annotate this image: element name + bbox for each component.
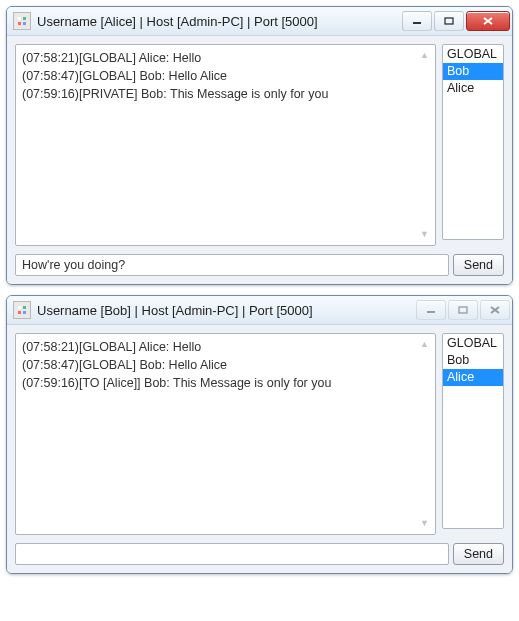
- window-controls: [402, 11, 510, 31]
- send-button[interactable]: Send: [453, 543, 504, 565]
- window-title: Username [Alice] | Host [Admin-PC] | Por…: [37, 14, 402, 29]
- scroll-down-icon: ▼: [416, 515, 433, 532]
- scroll-up-icon: ▲: [416, 336, 433, 353]
- client-area: (07:58:21)[GLOBAL] Alice: Hello (07:58:4…: [7, 325, 512, 573]
- minimize-icon: [412, 17, 422, 25]
- window-controls: [416, 300, 510, 320]
- minimize-button[interactable]: [402, 11, 432, 31]
- message-input[interactable]: [15, 254, 449, 276]
- maximize-icon: [458, 306, 468, 314]
- close-button[interactable]: [480, 300, 510, 320]
- chat-window: Username [Alice] | Host [Admin-PC] | Por…: [6, 6, 513, 285]
- send-button[interactable]: Send: [453, 254, 504, 276]
- message-input[interactable]: [15, 543, 449, 565]
- message-line: (07:58:21)[GLOBAL] Alice: Hello: [22, 338, 429, 356]
- user-list[interactable]: GLOBAL Bob Alice: [442, 44, 504, 240]
- maximize-button[interactable]: [448, 300, 478, 320]
- client-area: (07:58:21)[GLOBAL] Alice: Hello (07:58:4…: [7, 36, 512, 284]
- user-list-item-alice[interactable]: Alice: [443, 369, 503, 386]
- message-line: (07:59:16)[PRIVATE] Bob: This Message is…: [22, 85, 429, 103]
- titlebar[interactable]: Username [Bob] | Host [Admin-PC] | Port …: [7, 296, 512, 325]
- user-list-item-global[interactable]: GLOBAL: [443, 335, 503, 352]
- app-icon: [13, 12, 31, 30]
- user-list-item-bob[interactable]: Bob: [443, 63, 503, 80]
- user-list[interactable]: GLOBAL Bob Alice: [442, 333, 504, 529]
- minimize-icon: [426, 306, 436, 314]
- message-line: (07:58:21)[GLOBAL] Alice: Hello: [22, 49, 429, 67]
- window-title: Username [Bob] | Host [Admin-PC] | Port …: [37, 303, 416, 318]
- app-icon: [13, 301, 31, 319]
- message-line: (07:58:47)[GLOBAL] Bob: Hello Alice: [22, 67, 429, 85]
- user-list-item-alice[interactable]: Alice: [443, 80, 503, 97]
- message-line: (07:59:16)[TO [Alice]] Bob: This Message…: [22, 374, 429, 392]
- close-icon: [482, 17, 494, 25]
- scrollbar[interactable]: ▲ ▼: [416, 336, 433, 532]
- svg-rect-1: [445, 18, 453, 24]
- scrollbar[interactable]: ▲ ▼: [416, 47, 433, 243]
- maximize-button[interactable]: [434, 11, 464, 31]
- minimize-button[interactable]: [416, 300, 446, 320]
- user-list-item-global[interactable]: GLOBAL: [443, 46, 503, 63]
- message-log[interactable]: (07:58:21)[GLOBAL] Alice: Hello (07:58:4…: [15, 333, 436, 535]
- chat-window: Username [Bob] | Host [Admin-PC] | Port …: [6, 295, 513, 574]
- message-line: (07:58:47)[GLOBAL] Bob: Hello Alice: [22, 356, 429, 374]
- close-icon: [489, 306, 501, 314]
- user-list-item-bob[interactable]: Bob: [443, 352, 503, 369]
- message-log[interactable]: (07:58:21)[GLOBAL] Alice: Hello (07:58:4…: [15, 44, 436, 246]
- svg-rect-5: [459, 307, 467, 313]
- titlebar[interactable]: Username [Alice] | Host [Admin-PC] | Por…: [7, 7, 512, 36]
- scroll-down-icon: ▼: [416, 226, 433, 243]
- scroll-up-icon: ▲: [416, 47, 433, 64]
- maximize-icon: [444, 17, 454, 25]
- close-button[interactable]: [466, 11, 510, 31]
